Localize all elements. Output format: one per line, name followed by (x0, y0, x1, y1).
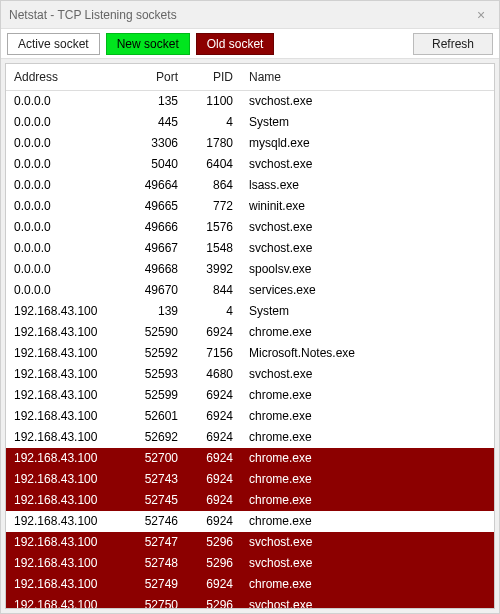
table-row[interactable]: 192.168.43.100527006924chrome.exe (6, 448, 494, 469)
cell-pid: 1548 (186, 238, 241, 259)
cell-address: 0.0.0.0 (6, 196, 126, 217)
cell-name: chrome.exe (241, 385, 494, 406)
cell-pid: 5296 (186, 595, 241, 610)
cell-pid: 1576 (186, 217, 241, 238)
table-row[interactable]: 0.0.0.0496683992spoolsv.exe (6, 259, 494, 280)
col-address[interactable]: Address (6, 64, 126, 91)
cell-pid: 6924 (186, 385, 241, 406)
table-row[interactable]: 192.168.43.1001394System (6, 301, 494, 322)
table-row[interactable]: 0.0.0.049664864lsass.exe (6, 175, 494, 196)
cell-port: 52692 (126, 427, 186, 448)
cell-pid: 864 (186, 175, 241, 196)
table-row[interactable]: 0.0.0.04454System (6, 112, 494, 133)
table-row[interactable]: 192.168.43.100527505296svchost.exe (6, 595, 494, 610)
refresh-button[interactable]: Refresh (413, 33, 493, 55)
cell-address: 0.0.0.0 (6, 280, 126, 301)
cell-pid: 1780 (186, 133, 241, 154)
cell-port: 52750 (126, 595, 186, 610)
table-row[interactable]: 192.168.43.100525927156Microsoft.Notes.e… (6, 343, 494, 364)
cell-address: 192.168.43.100 (6, 532, 126, 553)
cell-name: wininit.exe (241, 196, 494, 217)
cell-port: 52746 (126, 511, 186, 532)
cell-name: chrome.exe (241, 469, 494, 490)
table-row[interactable]: 192.168.43.100527436924chrome.exe (6, 469, 494, 490)
cell-address: 0.0.0.0 (6, 91, 126, 112)
table-row[interactable]: 0.0.0.01351100svchost.exe (6, 91, 494, 112)
cell-pid: 4 (186, 112, 241, 133)
table-row[interactable]: 0.0.0.050406404svchost.exe (6, 154, 494, 175)
cell-name: svchost.exe (241, 553, 494, 574)
cell-pid: 6924 (186, 322, 241, 343)
table-row[interactable]: 192.168.43.100527456924chrome.exe (6, 490, 494, 511)
table-row[interactable]: 192.168.43.100525996924chrome.exe (6, 385, 494, 406)
cell-address: 0.0.0.0 (6, 112, 126, 133)
cell-address: 0.0.0.0 (6, 175, 126, 196)
table-row[interactable]: 0.0.0.049670844services.exe (6, 280, 494, 301)
cell-name: chrome.exe (241, 574, 494, 595)
socket-table-container[interactable]: Address Port PID Name 0.0.0.01351100svch… (5, 63, 495, 609)
col-name[interactable]: Name (241, 64, 494, 91)
table-row[interactable]: 0.0.0.0496671548svchost.exe (6, 238, 494, 259)
close-icon[interactable]: × (471, 7, 491, 23)
window-title: Netstat - TCP Listening sockets (9, 8, 471, 22)
cell-address: 0.0.0.0 (6, 133, 126, 154)
col-port[interactable]: Port (126, 64, 186, 91)
cell-port: 135 (126, 91, 186, 112)
table-header-row: Address Port PID Name (6, 64, 494, 91)
cell-pid: 6924 (186, 427, 241, 448)
titlebar: Netstat - TCP Listening sockets × (1, 1, 499, 29)
table-row[interactable]: 192.168.43.100527475296svchost.exe (6, 532, 494, 553)
cell-port: 52748 (126, 553, 186, 574)
cell-port: 5040 (126, 154, 186, 175)
cell-port: 52747 (126, 532, 186, 553)
cell-address: 192.168.43.100 (6, 574, 126, 595)
cell-pid: 844 (186, 280, 241, 301)
table-row[interactable]: 192.168.43.100525906924chrome.exe (6, 322, 494, 343)
cell-port: 52700 (126, 448, 186, 469)
cell-port: 52599 (126, 385, 186, 406)
cell-name: chrome.exe (241, 322, 494, 343)
cell-port: 49668 (126, 259, 186, 280)
table-row[interactable]: 192.168.43.100526926924chrome.exe (6, 427, 494, 448)
tab-old-socket[interactable]: Old socket (196, 33, 275, 55)
cell-name: svchost.exe (241, 154, 494, 175)
cell-name: svchost.exe (241, 595, 494, 610)
cell-address: 0.0.0.0 (6, 217, 126, 238)
cell-name: chrome.exe (241, 490, 494, 511)
cell-pid: 6404 (186, 154, 241, 175)
table-row[interactable]: 192.168.43.100527485296svchost.exe (6, 553, 494, 574)
cell-address: 0.0.0.0 (6, 238, 126, 259)
table-row[interactable]: 192.168.43.100526016924chrome.exe (6, 406, 494, 427)
table-row[interactable]: 192.168.43.100527466924chrome.exe (6, 511, 494, 532)
table-row[interactable]: 0.0.0.0496661576svchost.exe (6, 217, 494, 238)
tab-new-socket[interactable]: New socket (106, 33, 190, 55)
cell-pid: 4680 (186, 364, 241, 385)
cell-pid: 6924 (186, 448, 241, 469)
tab-active-socket[interactable]: Active socket (7, 33, 100, 55)
cell-port: 49664 (126, 175, 186, 196)
cell-name: svchost.exe (241, 364, 494, 385)
cell-name: System (241, 112, 494, 133)
cell-name: svchost.exe (241, 532, 494, 553)
table-row[interactable]: 192.168.43.100525934680svchost.exe (6, 364, 494, 385)
cell-address: 192.168.43.100 (6, 448, 126, 469)
cell-port: 52593 (126, 364, 186, 385)
app-window: Netstat - TCP Listening sockets × Active… (0, 0, 500, 614)
cell-address: 192.168.43.100 (6, 385, 126, 406)
cell-pid: 1100 (186, 91, 241, 112)
cell-port: 52743 (126, 469, 186, 490)
cell-name: chrome.exe (241, 511, 494, 532)
cell-pid: 3992 (186, 259, 241, 280)
cell-address: 192.168.43.100 (6, 364, 126, 385)
cell-address: 192.168.43.100 (6, 553, 126, 574)
cell-name: Microsoft.Notes.exe (241, 343, 494, 364)
cell-port: 52592 (126, 343, 186, 364)
cell-name: chrome.exe (241, 427, 494, 448)
table-row[interactable]: 0.0.0.049665772wininit.exe (6, 196, 494, 217)
table-row[interactable]: 192.168.43.100527496924chrome.exe (6, 574, 494, 595)
cell-address: 192.168.43.100 (6, 511, 126, 532)
cell-name: svchost.exe (241, 91, 494, 112)
col-pid[interactable]: PID (186, 64, 241, 91)
cell-address: 0.0.0.0 (6, 154, 126, 175)
table-row[interactable]: 0.0.0.033061780mysqld.exe (6, 133, 494, 154)
